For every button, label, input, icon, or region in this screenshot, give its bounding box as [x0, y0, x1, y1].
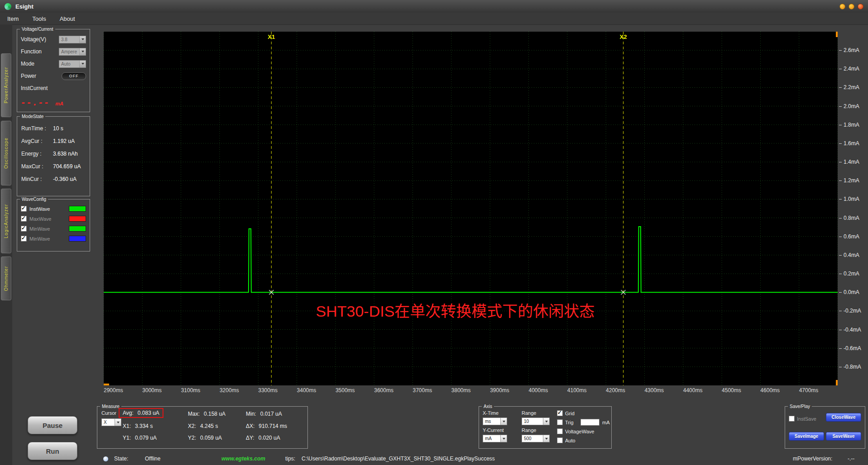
- x-axis-label: 2900ms: [104, 387, 123, 394]
- min-wave2-checkbox[interactable]: [21, 236, 27, 242]
- y-current-label: Y-Current: [483, 427, 504, 433]
- menu-item-about[interactable]: About: [60, 15, 75, 22]
- min-wave2-color-swatch[interactable]: [69, 236, 86, 242]
- close-wave-button[interactable]: CloseWave: [826, 413, 861, 422]
- voltage-dropdown[interactable]: 3.8: [59, 36, 86, 43]
- x-axis-label: 3300ms: [258, 387, 278, 394]
- pause-button[interactable]: Pause: [28, 416, 77, 434]
- inst-save-checkbox[interactable]: InstSave: [789, 416, 816, 422]
- measure-value: 0.158 uA: [204, 411, 225, 417]
- runtime-label: RunTime :: [21, 125, 53, 132]
- x-axis-label: 4100ms: [567, 387, 587, 394]
- y-axis-label: 1.2mA: [844, 177, 859, 184]
- min-wave-color-swatch[interactable]: [69, 226, 86, 232]
- maximize-button[interactable]: [849, 4, 854, 9]
- y-axis-label: -0.8mA: [844, 364, 861, 370]
- x-range-dropdown[interactable]: 10: [522, 418, 550, 425]
- measure-value: 4.245 s: [200, 423, 218, 429]
- tab-logic-analyzer[interactable]: LogicAnalyzer: [1, 189, 11, 253]
- inst-wave-checkbox[interactable]: [21, 206, 27, 212]
- mincur-value: -0.360 uA: [53, 176, 77, 182]
- group-title: Axis: [482, 403, 494, 409]
- close-button[interactable]: [858, 4, 863, 9]
- y-current-dropdown[interactable]: mA: [483, 435, 507, 442]
- y-axis-label: 1.4mA: [844, 159, 859, 165]
- power-toggle[interactable]: OFF: [62, 72, 86, 80]
- y-axis-label: 1.0mA: [844, 196, 859, 202]
- cursor-value: X: [102, 419, 115, 426]
- measure-value: 0.059 uA: [200, 435, 222, 441]
- voltage-wave-label: VoltageWave: [565, 429, 594, 434]
- trig-checkbox[interactable]: Trig: [557, 419, 574, 425]
- y-axis-label: 2.6mA: [844, 47, 859, 53]
- checkbox-box: [557, 419, 563, 425]
- x-axis-label: 3100ms: [181, 387, 201, 394]
- x-axis-label: 4000ms: [528, 387, 548, 394]
- measure-value: 0.017 uA: [260, 411, 282, 417]
- save-image-button[interactable]: SaveImage: [789, 432, 824, 441]
- max-wave-color-swatch[interactable]: [69, 216, 86, 222]
- inst-current-unit: mA: [55, 101, 63, 106]
- mode-dropdown[interactable]: Auto: [59, 60, 86, 68]
- measure-value: 910.714 ms: [259, 423, 287, 429]
- minimize-button[interactable]: [839, 4, 845, 9]
- x-time-dropdown[interactable]: ms: [483, 418, 507, 425]
- y-axis-label: 0.0mA: [844, 289, 859, 295]
- state-label: State:: [114, 456, 128, 462]
- cursor-label: X2: [620, 33, 627, 40]
- x-axis-label: 3700ms: [413, 387, 432, 394]
- run-button[interactable]: Run: [28, 442, 77, 460]
- measure-x2: X2:4.245 s: [188, 423, 218, 429]
- x-range-label: Range: [522, 410, 536, 416]
- menu-item-tools[interactable]: Tools: [32, 15, 46, 22]
- y-range-dropdown[interactable]: 500: [522, 435, 550, 442]
- measure-label: Min:: [246, 411, 256, 417]
- measure-label: X2:: [188, 423, 196, 429]
- mode-value: Auto: [59, 61, 79, 67]
- x-time-label: X-Time: [483, 410, 499, 416]
- window-controls: [839, 4, 863, 9]
- auto-checkbox[interactable]: Auto: [557, 437, 575, 443]
- measure-label: Y2:: [188, 435, 196, 441]
- chart-annotation: SHT30-DIS在单次转换模式下的休闲状态: [316, 303, 595, 320]
- max-wave-checkbox[interactable]: [21, 216, 27, 222]
- tab-power-analyzer[interactable]: PowerAnalyzer: [1, 53, 11, 117]
- grid-checkbox[interactable]: Grid: [557, 410, 575, 416]
- waveform-chart[interactable]: X1X2SHT30-DIS在单次转换模式下的休闲状态: [104, 32, 838, 385]
- website-link[interactable]: www.egteks.com: [221, 456, 265, 462]
- voltage-wave-checkbox[interactable]: VoltageWave: [557, 428, 594, 434]
- measure-avg: Avg:0.083 uA: [119, 408, 163, 418]
- chevron-down-icon: [115, 419, 121, 426]
- inst-wave-color-swatch[interactable]: [69, 206, 86, 212]
- waveform-svg: X1X2SHT30-DIS在单次转换模式下的休闲状态: [104, 32, 838, 385]
- version-value: -.--: [848, 456, 854, 462]
- measure-label: ΔY:: [246, 435, 254, 441]
- menu-item-item[interactable]: Item: [7, 15, 19, 22]
- power-label: Power: [21, 73, 36, 79]
- mode-label: Mode: [21, 61, 34, 67]
- tab-ohmmeter[interactable]: Ohmmeter: [1, 256, 11, 300]
- min-wave-checkbox[interactable]: [21, 226, 27, 232]
- y-axis-label: 1.6mA: [844, 140, 859, 147]
- tab-oscilloscope[interactable]: Oscilloscope: [1, 121, 11, 185]
- esight-window: Esight Item Tools About PowerAnalyzer Os…: [0, 0, 868, 465]
- cursor-dropdown[interactable]: X: [101, 418, 121, 426]
- function-dropdown[interactable]: Ampere: [59, 48, 86, 56]
- trig-input[interactable]: [580, 419, 599, 426]
- inst-current-display: --.--: [21, 98, 50, 107]
- x-axis-label: 4500ms: [722, 387, 741, 394]
- chevron-down-icon: [500, 435, 507, 442]
- inst-current-label: InstCurrent: [21, 85, 48, 91]
- avgcur-label: AvgCur :: [21, 138, 53, 144]
- chevron-down-icon: [500, 418, 507, 425]
- save-wave-button[interactable]: SaveWave: [826, 432, 861, 441]
- measure-label: Max:: [188, 411, 200, 417]
- x-time-value: ms: [483, 418, 500, 425]
- y-axis-label: 0.2mA: [844, 270, 859, 277]
- axis-group: Axis X-Time ms Range 10 Grid Trig mA Y-C…: [479, 406, 612, 449]
- x-axis: 2900ms3000ms3100ms3200ms3300ms3400ms3500…: [104, 387, 838, 394]
- y-current-value: mA: [483, 435, 500, 442]
- y-range-value: 500: [522, 435, 543, 442]
- checkbox-box: [789, 416, 795, 422]
- chevron-down-icon: [543, 418, 549, 425]
